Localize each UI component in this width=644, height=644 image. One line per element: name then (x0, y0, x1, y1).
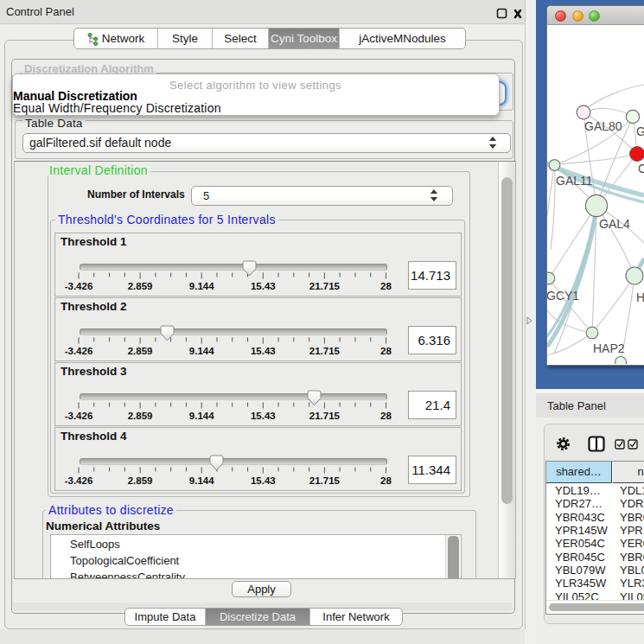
svg-text:HAP2: HAP2 (593, 341, 625, 355)
svg-text:GCY1: GCY1 (547, 289, 579, 303)
svg-text:GAL4: GAL4 (599, 217, 630, 231)
svg-text:H: H (636, 290, 644, 304)
svg-text:GA: GA (636, 124, 644, 138)
svg-text:CY: CY (638, 162, 644, 175)
svg-text:GAL11: GAL11 (556, 174, 593, 188)
svg-text:GAL80: GAL80 (584, 119, 622, 133)
